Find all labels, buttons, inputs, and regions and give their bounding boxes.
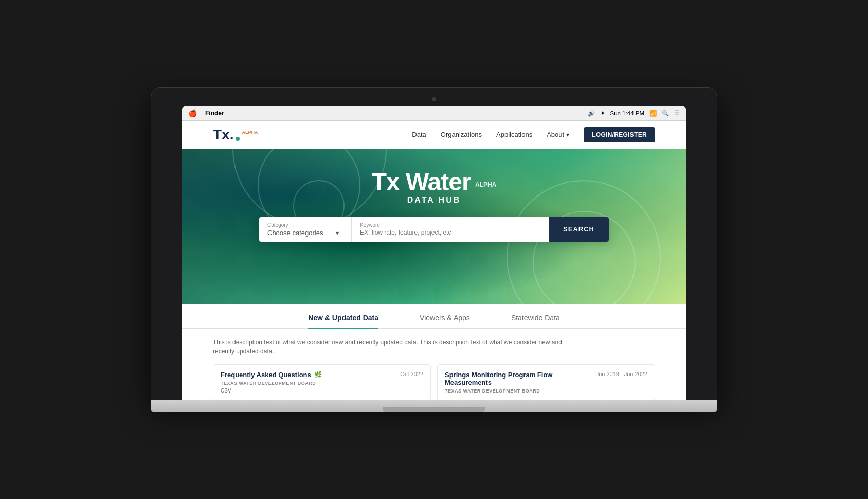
camera: [432, 97, 436, 101]
hero-subtitle: DATA HUB: [372, 195, 497, 205]
main-nav: Tx. ALPHA Data Organizations Application…: [182, 121, 686, 149]
search-keyword-section: Keyword: [352, 217, 549, 242]
search-button[interactable]: SEARCH: [549, 217, 609, 242]
bluetooth-icon[interactable]: ✦: [600, 110, 605, 117]
logo-alpha-badge: ALPHA: [242, 130, 258, 135]
volume-icon[interactable]: 🔊: [588, 110, 595, 117]
card-type: CSV: [221, 388, 423, 394]
keyword-input[interactable]: [360, 229, 540, 236]
hero-content: Tx Water ALPHA DATA HUB Category Choose …: [182, 149, 686, 242]
hero-title: Tx Water: [372, 168, 471, 195]
logo[interactable]: Tx. ALPHA: [213, 128, 258, 142]
chevron-down-icon: [566, 131, 569, 138]
logo-tx-text: Tx.: [213, 128, 233, 142]
tab-viewers-apps[interactable]: Viewers & Apps: [420, 314, 470, 328]
card-title: Springs Monitoring Program Flow Measurem…: [445, 371, 596, 386]
hero-section: Tx Water ALPHA DATA HUB Category Choose …: [182, 149, 686, 304]
search-menubar-icon[interactable]: 🔍: [662, 110, 669, 117]
nav-link-data[interactable]: Data: [412, 131, 426, 138]
time-display: Sun 1:44 PM: [610, 110, 644, 116]
category-chevron-icon: [336, 229, 339, 237]
card-org: TEXAS WATER DEVELOPMENT BOARD: [221, 381, 423, 386]
card-header: Springs Monitoring Program Flow Measurem…: [445, 371, 647, 386]
nav-link-about[interactable]: About: [547, 131, 569, 138]
tab-new-updated[interactable]: New & Updated Data: [308, 314, 378, 328]
list-menubar-icon[interactable]: ☰: [674, 110, 680, 117]
tabs-section: New & Updated Data Viewers & Apps Statew…: [182, 304, 686, 400]
card-header: Frequently Asked Questions 🌿 Oct 2022: [221, 371, 423, 379]
logo-dot: [236, 137, 240, 141]
tabs-nav: New & Updated Data Viewers & Apps Statew…: [182, 314, 686, 329]
card-title: Frequently Asked Questions 🌿: [221, 371, 322, 379]
macbook-base: [151, 400, 717, 412]
nav-links: Data Organizations Applications About LO…: [412, 127, 655, 142]
menubar: 🍎 Finder 🔊 ✦ Sun 1:44 PM 📶 🔍 ☰: [182, 106, 686, 121]
macbook-frame: 🍎 Finder 🔊 ✦ Sun 1:44 PM 📶 🔍 ☰ Tx.: [151, 88, 717, 412]
screen: 🍎 Finder 🔊 ✦ Sun 1:44 PM 📶 🔍 ☰ Tx.: [182, 106, 686, 400]
wifi-icon[interactable]: 📶: [649, 110, 657, 117]
apple-icon[interactable]: 🍎: [188, 109, 197, 117]
search-category-section[interactable]: Category Choose categories: [259, 217, 352, 242]
website: Tx. ALPHA Data Organizations Application…: [182, 121, 686, 400]
category-select[interactable]: Choose categories: [267, 229, 343, 237]
tab-statewide[interactable]: Statewide Data: [511, 314, 560, 328]
hero-title-wrap: Tx Water ALPHA DATA HUB: [372, 170, 497, 205]
app-name: Finder: [205, 110, 224, 117]
leaf-icon: 🌿: [314, 371, 322, 378]
nav-link-applications[interactable]: Applications: [496, 131, 532, 138]
data-card[interactable]: Springs Monitoring Program Flow Measurem…: [437, 364, 655, 400]
search-bar: Category Choose categories Keyword SE: [259, 217, 609, 242]
category-placeholder: Choose categories: [267, 229, 323, 237]
card-date: Oct 2022: [400, 371, 423, 377]
tabs-description: This is description text of what we cons…: [213, 337, 573, 356]
category-label: Category: [267, 222, 343, 228]
card-date: Jun 2019 - Jun 2022: [596, 371, 647, 377]
hero-alpha-badge: ALPHA: [475, 181, 496, 188]
data-cards-grid: Frequently Asked Questions 🌿 Oct 2022 TE…: [213, 364, 655, 400]
data-card[interactable]: Frequently Asked Questions 🌿 Oct 2022 TE…: [213, 364, 431, 400]
keyword-label: Keyword: [360, 222, 540, 228]
tabs-content: This is description text of what we cons…: [182, 329, 686, 400]
login-register-button[interactable]: LOGIN/REGISTER: [584, 127, 655, 142]
screen-bezel: 🍎 Finder 🔊 ✦ Sun 1:44 PM 📶 🔍 ☰ Tx.: [151, 88, 717, 400]
card-org: TEXAS WATER DEVELOPMENT BOARD: [445, 388, 647, 394]
nav-link-organizations[interactable]: Organizations: [441, 131, 482, 138]
